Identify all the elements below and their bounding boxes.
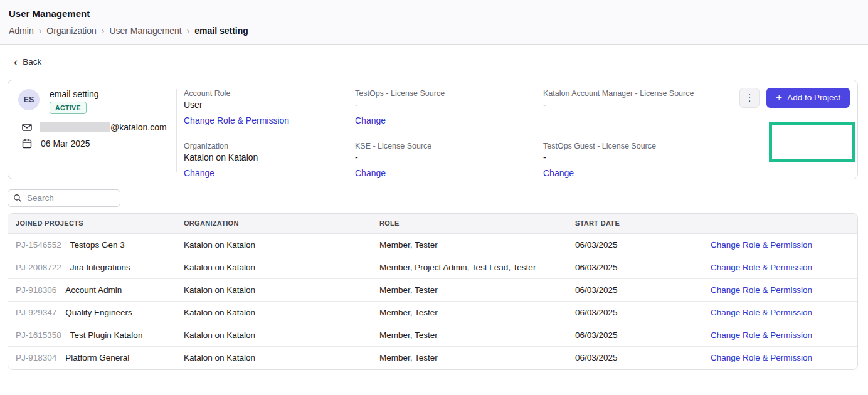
search-input[interactable] [27, 193, 115, 203]
chevron-left-icon: ‹ [14, 58, 18, 66]
chevron-right-icon: › [187, 26, 190, 36]
table-header: JOINED PROJECTS ORGANIZATION ROLE START … [8, 214, 857, 234]
table-row: PJ-918306Account Admin Katalon on Katalo… [8, 279, 857, 302]
row-role: Member, Tester [372, 330, 568, 340]
project-id: PJ-2008722 [16, 263, 61, 272]
joined-date: 06 Mar 2025 [41, 139, 90, 149]
row-organization: Katalon on Katalon [176, 353, 372, 362]
field-value: - [355, 100, 543, 110]
back-button[interactable]: ‹ Back [14, 57, 41, 66]
project-name: Account Admin [65, 285, 122, 295]
row-organization: Katalon on Katalon [176, 308, 372, 317]
field-testops-guest-license: TestOps Guest - License Source - Change [543, 142, 857, 179]
avatar: ES [18, 89, 40, 110]
add-to-project-button[interactable]: + Add to Project [766, 88, 850, 108]
row-role: Member, Tester [372, 308, 568, 317]
row-start-date: 06/03/2025 [568, 263, 703, 272]
breadcrumb-admin[interactable]: Admin [9, 26, 34, 36]
column-header-start-date: START DATE [568, 219, 703, 227]
breadcrumb-current: email setting [194, 26, 248, 36]
add-to-project-label: Add to Project [787, 93, 840, 102]
user-profile-section: ES email setting ACTIVE @katalon.com 06 … [8, 89, 177, 172]
change-link[interactable]: Change [355, 115, 543, 125]
search-icon [13, 194, 22, 203]
breadcrumb-organization[interactable]: Organization [46, 26, 96, 36]
table-row: PJ-1615358Test Plugin Katalon Katalon on… [8, 324, 857, 347]
project-id: PJ-929347 [16, 308, 56, 317]
row-role: Member, Tester [372, 353, 568, 362]
user-detail-card: ES email setting ACTIVE @katalon.com 06 … [8, 80, 858, 179]
row-role: Member, Project Admin, Test Lead, Tester [372, 263, 568, 272]
column-header-role: ROLE [372, 219, 568, 227]
joined-projects-table: JOINED PROJECTS ORGANIZATION ROLE START … [8, 213, 858, 370]
field-value: Katalon on Katalon [184, 152, 355, 162]
change-link[interactable]: Change [543, 168, 857, 178]
project-id: PJ-1615358 [16, 330, 61, 340]
field-testops-license: TestOps - License Source - Change [355, 89, 543, 126]
plus-icon: + [776, 92, 782, 103]
field-account-role: Account Role User Change Role & Permissi… [184, 89, 355, 126]
field-label: KSE - License Source [355, 142, 543, 150]
row-start-date: 06/03/2025 [568, 240, 703, 250]
email-domain: @katalon.com [110, 122, 167, 132]
search-box [8, 189, 120, 207]
envelope-icon [22, 122, 32, 132]
field-label: Organization [184, 142, 355, 150]
project-id: PJ-1546552 [16, 240, 61, 250]
project-name: Test Plugin Katalon [70, 330, 143, 340]
back-label: Back [23, 57, 41, 66]
row-organization: Katalon on Katalon [176, 240, 372, 250]
field-label: TestOps - License Source [355, 89, 543, 98]
row-role: Member, Tester [372, 285, 568, 295]
table-row: PJ-918304Platform General Katalon on Kat… [8, 347, 857, 369]
change-link[interactable]: Change [355, 168, 543, 178]
change-role-permission-link[interactable]: Change Role & Permission [703, 240, 857, 250]
change-role-permission-link[interactable]: Change Role & Permission [703, 263, 857, 272]
card-actions: ⋮ + Add to Project [739, 88, 850, 108]
field-kse-license: KSE - License Source - Change [355, 142, 543, 179]
row-role: Member, Tester [372, 240, 568, 250]
status-badge: ACTIVE [50, 102, 87, 114]
column-header-organization: ORGANIZATION [176, 219, 372, 227]
project-name: Platform General [65, 353, 129, 362]
change-role-permission-link[interactable]: Change Role & Permission [703, 308, 857, 317]
project-name: Jira Integrations [70, 263, 130, 272]
project-name: Testops Gen 3 [70, 240, 125, 250]
chevron-right-icon: › [102, 26, 105, 36]
user-name: email setting [50, 89, 99, 99]
field-value: User [184, 100, 355, 110]
page-title: User Management [9, 8, 868, 19]
change-role-permission-link[interactable]: Change Role & Permission [703, 353, 857, 362]
field-label: Account Role [184, 89, 355, 98]
page-header: User Management Admin › Organization › U… [0, 0, 868, 45]
row-organization: Katalon on Katalon [176, 285, 372, 295]
field-label: TestOps Guest - License Source [543, 142, 857, 150]
breadcrumb: Admin › Organization › User Management ›… [9, 26, 868, 36]
calendar-icon [22, 139, 32, 149]
change-role-permission-link[interactable]: Change Role & Permission [184, 115, 355, 125]
row-start-date: 06/03/2025 [568, 308, 703, 317]
project-id: PJ-918304 [16, 353, 56, 362]
field-organization: Organization Katalon on Katalon Change [184, 142, 355, 179]
table-row: PJ-1546552Testops Gen 3 Katalon on Katal… [8, 234, 857, 256]
project-id: PJ-918306 [16, 285, 56, 295]
change-role-permission-link[interactable]: Change Role & Permission [703, 330, 857, 340]
breadcrumb-user-management[interactable]: User Management [109, 26, 181, 36]
row-start-date: 06/03/2025 [568, 330, 703, 340]
chevron-right-icon: › [39, 26, 42, 36]
column-header-joined-projects: JOINED PROJECTS [8, 219, 176, 227]
more-options-button[interactable]: ⋮ [739, 88, 760, 108]
kebab-icon: ⋮ [745, 92, 754, 103]
field-value: - [355, 152, 543, 162]
table-row: PJ-2008722Jira Integrations Katalon on K… [8, 256, 857, 279]
row-start-date: 06/03/2025 [568, 285, 703, 295]
main-content: ‹ Back ES email setting ACTIVE @katalon.… [0, 45, 868, 370]
change-link[interactable]: Change [184, 168, 355, 178]
row-organization: Katalon on Katalon [176, 263, 372, 272]
field-value: - [543, 152, 857, 162]
row-organization: Katalon on Katalon [176, 330, 372, 340]
table-row: PJ-929347Quality Engineers Katalon on Ka… [8, 302, 857, 324]
project-name: Quality Engineers [65, 308, 132, 317]
change-role-permission-link[interactable]: Change Role & Permission [703, 285, 857, 295]
redacted-email [40, 122, 110, 132]
